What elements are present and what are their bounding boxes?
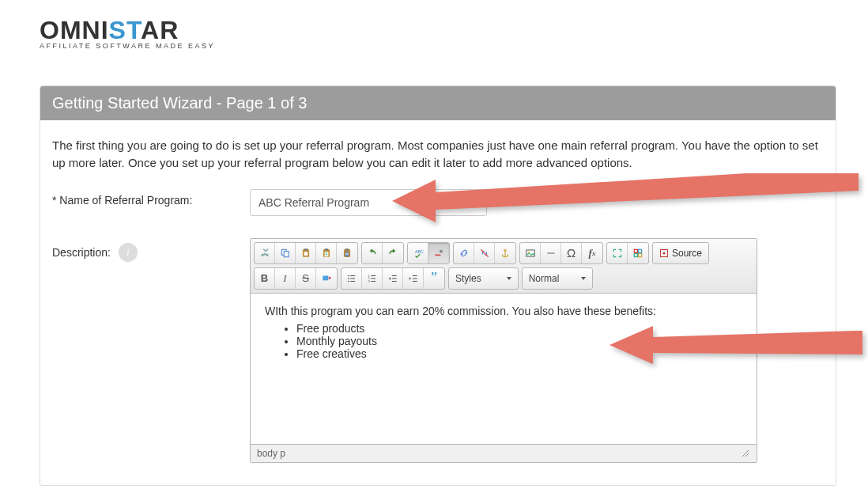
italic-icon[interactable]: I [275, 268, 296, 289]
copy-icon[interactable] [275, 243, 296, 263]
svg-rect-7 [324, 248, 328, 250]
brand-logo: OMNISTAR AFFILIATE SOFTWARE MADE EASY [40, 16, 836, 50]
svg-rect-10 [345, 248, 349, 250]
blockquote-icon[interactable]: ” [424, 268, 444, 289]
redo-icon[interactable] [383, 243, 403, 263]
source-label: Source [672, 248, 702, 259]
editor-intro: WIth this program you can earn 20% commi… [265, 305, 742, 317]
svg-rect-2 [284, 251, 289, 256]
svg-rect-20 [634, 253, 637, 256]
cut-icon[interactable] [255, 243, 275, 263]
styles-dropdown[interactable]: Styles [448, 267, 519, 290]
svg-rect-5 [304, 252, 308, 256]
strike-icon[interactable]: S [296, 268, 316, 289]
editor-content[interactable]: WIth this program you can earn 20% commi… [251, 294, 757, 444]
bullet-item: Free products [296, 322, 742, 335]
svg-rect-19 [639, 249, 642, 252]
paste-text-icon[interactable] [316, 243, 337, 263]
format-dropdown[interactable]: Normal [522, 267, 594, 290]
show-blocks-icon[interactable] [628, 243, 648, 263]
logo-part2: ST [109, 16, 142, 44]
svg-point-26 [348, 278, 349, 279]
svg-rect-4 [304, 248, 308, 250]
logo-part1: OMNI [40, 16, 109, 44]
hr-icon[interactable] [541, 243, 561, 263]
panel-heading: Getting Started Wizard - Page 1 of 3 [40, 86, 836, 120]
resize-grip-icon[interactable] [741, 449, 750, 458]
svg-rect-18 [634, 249, 637, 252]
svg-point-23 [663, 252, 666, 254]
svg-rect-14 [440, 249, 443, 252]
special-char-icon[interactable]: Ω [561, 243, 582, 263]
info-icon[interactable]: i [119, 243, 138, 262]
wizard-panel: Getting Started Wizard - Page 1 of 3 The… [40, 85, 836, 486]
input-referral-name[interactable] [250, 189, 487, 216]
paste-icon[interactable] [296, 243, 316, 263]
svg-point-27 [348, 280, 349, 282]
unlink-icon[interactable] [474, 243, 495, 263]
numbered-list-icon[interactable]: 123 [362, 268, 383, 289]
svg-text:3: 3 [368, 279, 369, 282]
rich-text-editor: W ABC [250, 238, 757, 463]
row-description: Description: i [52, 238, 824, 463]
paste-word-icon[interactable]: W [337, 243, 357, 263]
link-icon[interactable] [454, 243, 474, 263]
formula-icon[interactable]: fx [582, 243, 602, 263]
element-path[interactable]: body p [257, 448, 285, 459]
indent-icon[interactable] [403, 268, 424, 289]
intro-text: The first thing you are going to do is s… [52, 137, 824, 172]
bullet-item: Monthly payouts [296, 335, 742, 347]
bold-icon[interactable]: B [255, 268, 275, 289]
chevron-down-icon [581, 277, 586, 280]
spell-as-type-icon[interactable] [428, 243, 449, 263]
label-description: Description: [52, 246, 111, 259]
svg-rect-21 [639, 253, 642, 256]
bulleted-list-icon[interactable] [342, 268, 362, 289]
svg-rect-17 [547, 252, 554, 253]
bullet-item: Free creatives [296, 347, 742, 360]
outdent-icon[interactable] [383, 268, 403, 289]
source-button[interactable]: Source [652, 242, 709, 264]
styles-label: Styles [455, 273, 481, 284]
logo-part3: AR [141, 16, 179, 44]
remove-format-icon[interactable] [316, 268, 337, 289]
maximize-icon[interactable] [607, 243, 628, 263]
format-label: Normal [529, 273, 560, 284]
svg-text:W: W [345, 252, 349, 256]
svg-point-25 [348, 275, 349, 276]
svg-text:ABC: ABC [414, 249, 423, 254]
row-referral-name: * Name of Referral Program: [52, 189, 824, 216]
label-referral-name: * Name of Referral Program: [52, 189, 250, 207]
chevron-down-icon [507, 277, 511, 280]
svg-rect-24 [323, 275, 328, 280]
undo-icon[interactable] [362, 243, 383, 263]
anchor-icon[interactable] [495, 243, 515, 263]
image-icon[interactable] [520, 243, 541, 263]
spellcheck-icon[interactable]: ABC [408, 243, 428, 263]
editor-toolbar: W ABC [251, 239, 757, 294]
